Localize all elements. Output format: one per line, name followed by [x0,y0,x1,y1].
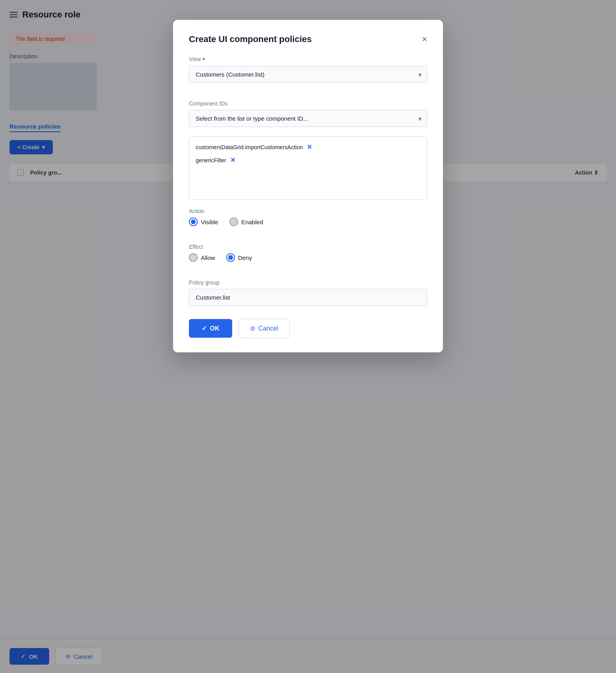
effect-allow-option[interactable]: Allow [189,253,215,262]
modal-dialog: Create UI component policies × View • Cu… [173,20,443,352]
tag-remove-button-2[interactable]: ✕ [230,156,235,164]
tag-row-1: customersDataGrid.importCustomersAction … [196,143,420,151]
component-ids-tags-box: customersDataGrid.importCustomersAction … [189,137,427,200]
component-ids-section: Component IDs Select from the list or ty… [189,100,427,127]
tag-row-2: genericFilter ✕ [196,156,420,164]
action-visible-option[interactable]: Visible [189,217,218,226]
effect-deny-label: Deny [238,254,252,261]
action-label: Action [189,208,427,214]
action-radio-group: Visible Enabled [189,217,427,226]
view-select-wrapper: Customers (Customer.list) ▾ [189,66,427,83]
effect-label: Effect [189,244,427,250]
view-label: View • [189,56,427,63]
effect-section: Effect Allow Deny [189,244,427,262]
component-ids-select-wrapper: Select from the list or type component I… [189,110,427,127]
policy-group-input[interactable] [189,289,427,306]
effect-allow-radio[interactable] [189,253,198,262]
modal-overlay: Create UI component policies × View • Cu… [0,0,616,673]
ok-checkmark-icon: ✓ [202,325,207,332]
effect-allow-label: Allow [201,254,215,261]
effect-radio-group: Allow Deny [189,253,427,262]
action-enabled-label: Enabled [241,219,263,225]
view-section: View • Customers (Customer.list) ▾ [189,56,427,83]
component-ids-select[interactable]: Select from the list or type component I… [189,110,427,127]
effect-deny-option[interactable]: Deny [226,253,252,262]
modal-footer: ✓ OK ⊘ Cancel [189,319,427,338]
action-visible-radio[interactable] [189,217,198,226]
view-select[interactable]: Customers (Customer.list) [189,66,427,83]
cancel-circle-icon: ⊘ [250,325,255,332]
modal-header: Create UI component policies × [189,34,427,44]
action-enabled-option[interactable]: Enabled [229,217,263,226]
action-section: Action Visible Enabled [189,208,427,226]
action-visible-label: Visible [201,219,218,225]
tag-value-1: customersDataGrid.importCustomersAction [196,144,303,150]
modal-close-button[interactable]: × [422,35,427,44]
tag-value-2: genericFilter [196,157,226,163]
modal-title: Create UI component policies [189,34,312,44]
modal-ok-button[interactable]: ✓ OK [189,319,232,338]
tag-remove-button-1[interactable]: ✕ [307,143,312,151]
component-ids-label: Component IDs [189,100,427,107]
effect-deny-radio[interactable] [226,253,235,262]
policy-group-section: Policy group [189,279,427,306]
action-enabled-radio[interactable] [229,217,238,226]
required-indicator: • [202,56,205,63]
policy-group-label: Policy group [189,279,427,286]
modal-cancel-button[interactable]: ⊘ Cancel [239,319,290,338]
